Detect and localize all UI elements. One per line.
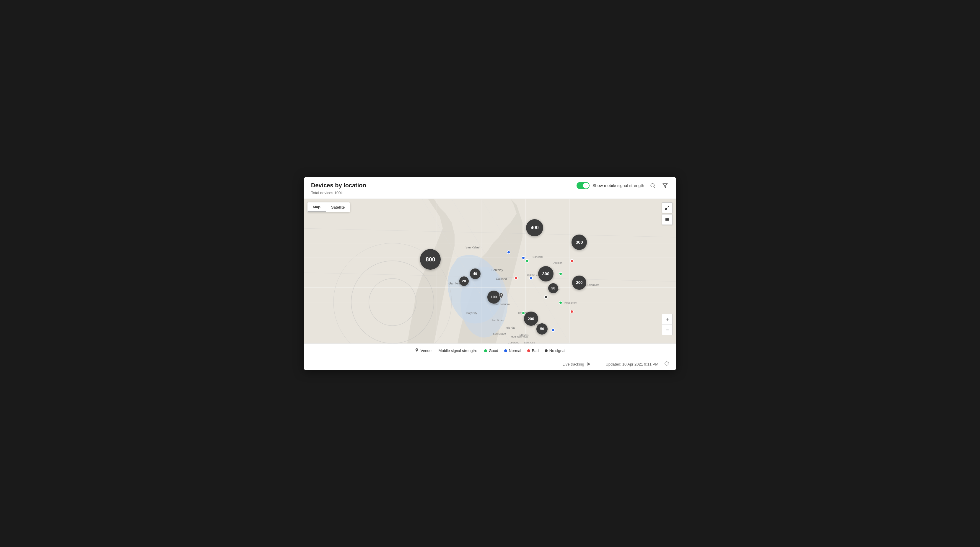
- svg-line-43: [665, 208, 667, 209]
- legend-dot-good: [484, 349, 487, 352]
- filter-button[interactable]: [661, 182, 669, 189]
- cluster-marker-c400[interactable]: 400: [526, 219, 543, 236]
- legend-item-no_signal: No signal: [545, 349, 565, 353]
- svg-text:Daly City: Daly City: [466, 312, 477, 314]
- expand-button[interactable]: [662, 202, 673, 213]
- svg-text:Berkeley: Berkeley: [492, 268, 503, 272]
- legend-items: GoodNormalBadNo signal: [484, 349, 565, 353]
- cluster-marker-c40[interactable]: 40: [470, 268, 480, 279]
- svg-text:Mountain View: Mountain View: [511, 335, 528, 338]
- venue-pin-icon: [498, 292, 504, 300]
- footer: Live tracking | Updated: 10 Apr 2021 9:1…: [304, 358, 676, 370]
- svg-text:Palo Alto: Palo Alto: [505, 326, 515, 329]
- signal-toggle-group: Show mobile signal strength: [576, 182, 644, 189]
- zoom-in-button[interactable]: +: [662, 314, 673, 325]
- legend-dot-no_signal: [545, 349, 547, 352]
- updated-label: Updated: 10 Apr 2021 9:11 PM: [606, 362, 659, 366]
- signal-legend-label: Mobile signal strength:: [439, 349, 477, 353]
- tab-satellite[interactable]: Satellite: [326, 202, 350, 212]
- page-title: Devices by location: [311, 182, 366, 189]
- svg-point-47: [501, 294, 502, 296]
- cluster-marker-c300a[interactable]: 300: [571, 235, 587, 250]
- layers-icon: [665, 217, 670, 222]
- header-controls: Show mobile signal strength: [576, 182, 669, 189]
- legend-dot-bad: [527, 349, 530, 352]
- refresh-icon: [664, 361, 669, 366]
- legend-venue: Venue: [415, 348, 431, 354]
- svg-marker-49: [587, 362, 590, 366]
- svg-text:San Leandro: San Leandro: [495, 303, 510, 306]
- cluster-marker-c200a[interactable]: 200: [572, 276, 586, 290]
- svg-point-0: [651, 184, 654, 187]
- legend-item-normal: Normal: [504, 349, 521, 353]
- live-tracking-group: Live tracking: [563, 361, 592, 367]
- svg-text:Concord: Concord: [533, 255, 542, 258]
- subtitle: Total devices 100k: [311, 190, 669, 195]
- signal-dot-d12: [551, 328, 555, 332]
- svg-text:Antioch: Antioch: [554, 262, 562, 264]
- signal-dot-d8: [559, 301, 562, 304]
- legend-item-good: Good: [484, 349, 498, 353]
- legend-label-good: Good: [489, 349, 498, 353]
- venue-icon: [415, 348, 419, 354]
- svg-text:Pleasanton: Pleasanton: [564, 301, 577, 304]
- header-top: Devices by location Show mobile signal s…: [311, 182, 669, 189]
- cluster-marker-c200b[interactable]: 200: [524, 312, 538, 326]
- svg-text:San Bruno: San Bruno: [492, 319, 504, 322]
- legend-item-bad: Bad: [527, 349, 539, 353]
- filter-icon: [662, 183, 668, 188]
- search-icon: [650, 183, 655, 188]
- legend-label-normal: Normal: [509, 349, 521, 353]
- svg-text:Cupertino: Cupertino: [508, 341, 519, 343]
- cluster-marker-c50[interactable]: 50: [536, 323, 547, 335]
- cluster-marker-c20[interactable]: 20: [459, 276, 469, 286]
- cluster-marker-c800[interactable]: 800: [420, 249, 441, 270]
- svg-marker-1: [663, 184, 668, 188]
- signal-dot-d9: [570, 310, 574, 313]
- map-container[interactable]: San Rafael San Francisco Oakland Berkele…: [304, 199, 676, 343]
- legend: Venue Mobile signal strength: GoodNormal…: [304, 343, 676, 358]
- signal-dot-d10: [544, 295, 547, 299]
- live-tracking-label: Live tracking: [563, 362, 584, 366]
- cluster-marker-c300b[interactable]: 300: [538, 266, 554, 281]
- zoom-out-button[interactable]: −: [662, 325, 673, 335]
- layers-button[interactable]: [662, 214, 673, 225]
- svg-text:Oakland: Oakland: [496, 277, 507, 281]
- legend-label-no_signal: No signal: [549, 349, 565, 353]
- venue-legend-icon: [415, 348, 419, 353]
- signal-dot-d3: [525, 259, 529, 263]
- signal-dot-d4: [570, 259, 574, 263]
- svg-text:San Rafael: San Rafael: [466, 246, 480, 249]
- svg-point-48: [417, 349, 417, 350]
- svg-line-42: [668, 206, 669, 208]
- header: Devices by location Show mobile signal s…: [304, 177, 676, 199]
- refresh-button[interactable]: [664, 361, 669, 367]
- signal-dot-d6: [529, 276, 533, 280]
- venue-label: Venue: [421, 349, 431, 353]
- signal-dot-d5: [514, 276, 518, 280]
- main-window: Devices by location Show mobile signal s…: [304, 177, 676, 370]
- signal-dot-d11: [522, 311, 525, 315]
- play-icon: [587, 362, 591, 366]
- expand-icon: [665, 205, 670, 210]
- footer-divider: |: [598, 361, 600, 367]
- toggle-label: Show mobile signal strength: [592, 183, 644, 188]
- zoom-controls: + −: [662, 314, 673, 335]
- map-controls-topright: [662, 202, 673, 225]
- signal-dot-d2: [522, 256, 525, 260]
- venue-marker: [498, 292, 504, 302]
- legend-label-bad: Bad: [532, 349, 539, 353]
- signal-dot-d7: [559, 272, 562, 276]
- cluster-marker-c30[interactable]: 30: [548, 283, 558, 293]
- legend-dot-normal: [504, 349, 507, 352]
- signal-dot-d1: [507, 251, 511, 254]
- search-button[interactable]: [649, 182, 657, 189]
- map-background: San Rafael San Francisco Oakland Berkele…: [304, 199, 676, 343]
- svg-text:San Jose: San Jose: [524, 341, 535, 343]
- map-tabs: Map Satellite: [307, 202, 350, 212]
- svg-text:Livermore: Livermore: [587, 284, 599, 287]
- tab-map[interactable]: Map: [307, 202, 326, 212]
- live-tracking-play-button[interactable]: [587, 361, 592, 367]
- signal-strength-toggle[interactable]: [576, 182, 590, 189]
- svg-text:San Mateo: San Mateo: [493, 332, 506, 335]
